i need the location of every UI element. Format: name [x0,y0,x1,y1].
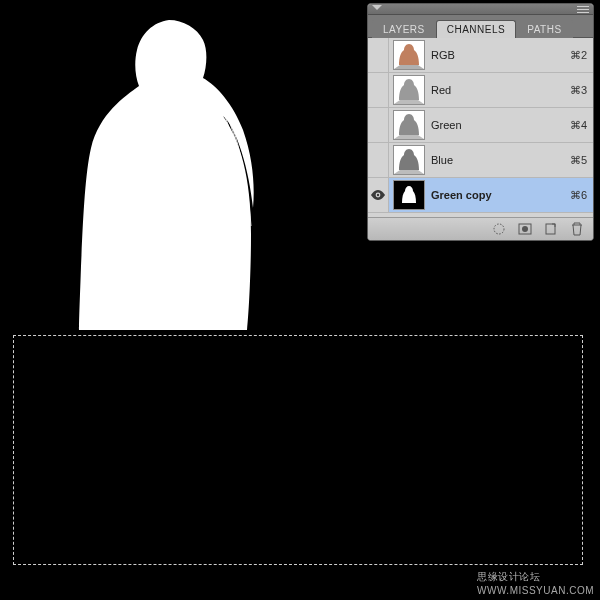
new-channel-icon[interactable] [543,222,559,236]
panel-footer [368,217,593,240]
channel-shortcut: ⌘6 [563,189,587,202]
watermark: 思缘设计论坛 WWW.MISSYUAN.COM [477,570,594,596]
channel-row-green-copy[interactable]: Green copy ⌘6 [368,178,593,213]
visibility-toggle[interactable] [368,73,389,107]
tab-layers[interactable]: LAYERS [372,20,436,38]
svg-point-9 [522,226,528,232]
channel-thumb[interactable] [393,180,425,210]
channel-name: Green [431,119,563,131]
channel-shortcut: ⌘4 [563,119,587,132]
channel-row-rgb[interactable]: RGB ⌘2 [368,38,593,73]
watermark-line2: WWW.MISSYUAN.COM [477,585,594,596]
channel-name: Green copy [431,189,563,201]
panel-collapse-icon[interactable] [372,5,382,12]
load-selection-icon[interactable] [491,222,507,236]
channel-list: RGB ⌘2 Red ⌘3 [368,38,593,217]
channel-row-red[interactable]: Red ⌘3 [368,73,593,108]
channel-mask-content [65,20,260,330]
svg-point-5 [377,194,379,196]
visibility-toggle[interactable] [368,108,389,142]
save-selection-icon[interactable] [517,222,533,236]
channel-name: Red [431,84,563,96]
watermark-line1: 思缘设计论坛 [477,570,594,584]
svg-rect-10 [546,224,555,234]
channel-row-blue[interactable]: Blue ⌘5 [368,143,593,178]
visibility-toggle[interactable] [368,143,389,177]
channels-panel: LAYERS CHANNELS PATHS RGB ⌘2 [367,3,594,241]
channel-row-green[interactable]: Green ⌘4 [368,108,593,143]
channel-thumb[interactable] [393,75,425,105]
panel-menu-icon[interactable] [577,6,589,13]
tab-paths[interactable]: PATHS [516,20,572,38]
panel-titlebar[interactable] [368,4,593,15]
tab-channels[interactable]: CHANNELS [436,20,516,38]
channel-thumb[interactable] [393,110,425,140]
channel-thumb[interactable] [393,145,425,175]
channel-shortcut: ⌘5 [563,154,587,167]
svg-point-7 [494,224,504,234]
channel-shortcut: ⌘3 [563,84,587,97]
channel-thumb[interactable] [393,40,425,70]
channel-shortcut: ⌘2 [563,49,587,62]
channel-name: RGB [431,49,563,61]
visibility-toggle[interactable] [368,178,389,212]
marquee-selection[interactable] [13,335,583,565]
panel-tabs: LAYERS CHANNELS PATHS [368,15,593,38]
visibility-toggle[interactable] [368,38,389,72]
delete-channel-icon[interactable] [569,222,585,236]
channel-name: Blue [431,154,563,166]
eye-icon [371,190,385,200]
